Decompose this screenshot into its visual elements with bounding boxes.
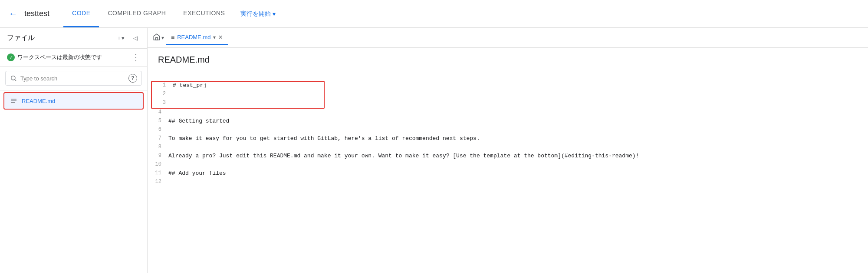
- sidebar-title: ファイル: [7, 33, 35, 43]
- main-layout: ファイル + ▾ ◁ ✓ ワークスペースは最新の状態です ⋮: [0, 28, 868, 273]
- run-button[interactable]: 実行を開始 ▾: [233, 10, 283, 18]
- svg-line-1: [15, 80, 16, 81]
- sidebar-actions: + ▾ ◁: [115, 33, 140, 43]
- add-file-button[interactable]: + ▾: [115, 33, 127, 43]
- content-area: ▾ ≡ README.md ▾ × README.md 1 # test_prj: [148, 28, 868, 273]
- project-title: testtest: [24, 9, 49, 18]
- file-item-readme[interactable]: README.md: [3, 92, 144, 110]
- collapse-sidebar-button[interactable]: ◁: [131, 33, 140, 43]
- code-line: 6: [148, 126, 868, 135]
- file-icon: [10, 97, 17, 104]
- code-line: 12: [148, 178, 868, 187]
- help-icon[interactable]: ?: [128, 74, 137, 83]
- tab-chevron-icon: ▾: [213, 34, 216, 40]
- code-line: 2: [152, 90, 324, 99]
- back-button[interactable]: ←: [9, 9, 17, 19]
- code-viewer[interactable]: README.md 1 # test_prj 2 3: [148, 48, 868, 273]
- nav-tabs: CODE COMPILED GRAPH EXECUTIONS 実行を開始 ▾: [63, 0, 283, 27]
- code-content: 1 # test_prj 2 3 4: [148, 72, 868, 194]
- code-box-outline: 1 # test_prj 2 3: [151, 81, 325, 109]
- top-nav: ← testtest CODE COMPILED GRAPH EXECUTION…: [0, 0, 868, 28]
- tab-executions[interactable]: EXECUTIONS: [174, 0, 233, 27]
- tab-bar: ▾ ≡ README.md ▾ ×: [148, 28, 868, 48]
- code-line: 5 ## Getting started: [148, 117, 868, 126]
- tab-compiled-graph[interactable]: COMPILED GRAPH: [99, 0, 174, 27]
- code-line: 7 To make it easy for you to get started…: [148, 135, 868, 143]
- file-tab-icon: ≡: [171, 34, 174, 41]
- search-box: ?: [5, 71, 142, 86]
- check-icon: ✓: [7, 53, 15, 61]
- file-list: README.md: [0, 90, 147, 273]
- file-item-name: README.md: [22, 98, 55, 104]
- svg-point-0: [11, 76, 15, 80]
- workspace-status: ✓ ワークスペースは最新の状態です ⋮: [0, 49, 147, 67]
- code-line: 11 ## Add your files: [148, 170, 868, 178]
- sidebar: ファイル + ▾ ◁ ✓ ワークスペースは最新の状態です ⋮: [0, 28, 148, 273]
- home-icon: [153, 33, 161, 42]
- search-input[interactable]: [20, 75, 125, 82]
- search-area: ?: [0, 67, 147, 90]
- file-tab-readme[interactable]: ≡ README.md ▾ ×: [166, 31, 228, 45]
- code-line: 1 # test_prj: [152, 82, 324, 90]
- search-icon: [10, 75, 17, 82]
- code-line: 4: [148, 109, 868, 117]
- code-line: 3: [152, 99, 324, 108]
- file-heading: README.md: [148, 55, 868, 72]
- workspace-status-label: ワークスペースは最新の状態です: [17, 53, 102, 61]
- code-line: 8: [148, 143, 868, 152]
- code-line: 9 Already a pro? Just edit this README.m…: [148, 152, 868, 161]
- tab-close-button[interactable]: ×: [218, 33, 222, 41]
- home-chevron-icon: ▾: [161, 35, 164, 41]
- home-button[interactable]: ▾: [153, 33, 164, 42]
- tab-code[interactable]: CODE: [63, 0, 99, 27]
- code-line: 10: [148, 161, 868, 170]
- file-tab-name: README.md: [177, 34, 210, 40]
- more-options-button[interactable]: ⋮: [132, 53, 140, 62]
- sidebar-header: ファイル + ▾ ◁: [0, 28, 147, 49]
- svg-rect-5: [156, 38, 158, 40]
